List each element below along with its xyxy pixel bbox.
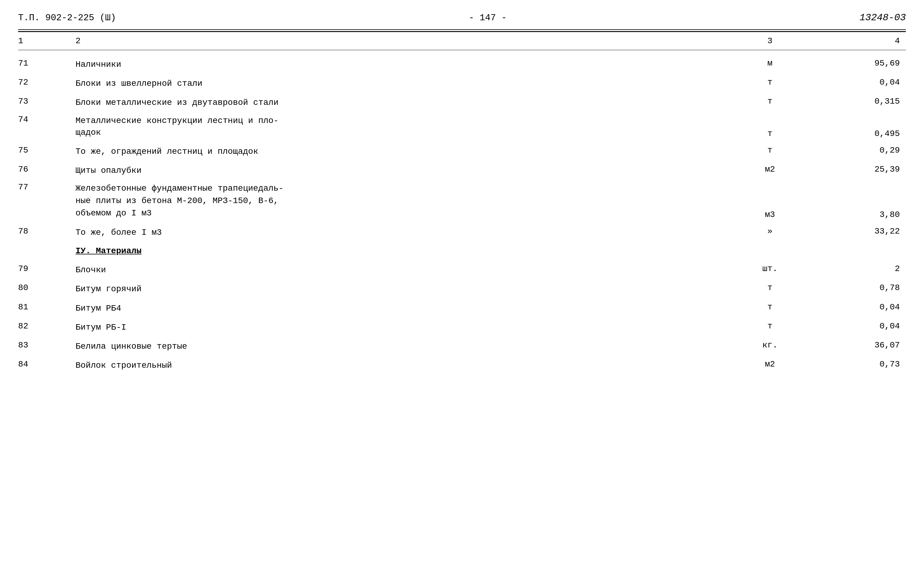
row-value: 25,39 <box>803 165 906 174</box>
row-value: 0,29 <box>803 146 906 155</box>
table-row: 82Битум РБ-Iт0,04 <box>18 316 906 335</box>
row-unit: м2 <box>737 165 803 174</box>
row-number: 73 <box>18 97 73 106</box>
row-value: 95,69 <box>803 58 906 68</box>
table-row: 79Блочкишт.2 <box>18 259 906 278</box>
table-row: 84Войлок строительныйм20,73 <box>18 354 906 373</box>
row-description: Блоки из швеллерной стали <box>73 78 737 89</box>
header-center: - 147 - <box>469 13 507 23</box>
row-number: 72 <box>18 78 73 87</box>
col-header-4: 4 <box>803 36 906 45</box>
table-body: 71Наличниким95,6972Блоки из швеллерной с… <box>18 53 906 373</box>
row-description: Щиты опалубки <box>73 165 737 177</box>
header-right: 13248-03 <box>859 12 906 23</box>
row-value: 3,80 <box>803 210 906 219</box>
row-description: Войлок строительный <box>73 360 737 371</box>
row-unit: м3 <box>737 210 803 219</box>
row-description: Битум РБ4 <box>73 302 737 314</box>
row-unit: кг. <box>737 341 803 350</box>
row-number: 80 <box>18 283 73 292</box>
row-unit: т <box>737 302 803 312</box>
row-description: Белила цинковые тертые <box>73 341 737 352</box>
row-number: 75 <box>18 146 73 155</box>
row-value: 0,78 <box>803 283 906 292</box>
row-description: То же, более I м3 <box>73 227 737 239</box>
header-left: Т.П. 902-2-225 (Ш) <box>18 13 116 23</box>
row-number: 79 <box>18 264 73 273</box>
table-row: 76Щиты опалубким225,39 <box>18 159 906 178</box>
row-value: 0,73 <box>803 360 906 369</box>
row-description: Блоки металлические из двутавровой стали <box>73 97 737 109</box>
row-unit: т <box>737 321 803 331</box>
col-header-1: 1 <box>18 36 73 45</box>
row-number: 81 <box>18 302 73 312</box>
table-row: 83Белила цинковые тертыекг.36,07 <box>18 335 906 354</box>
row-description: Битум РБ-I <box>73 321 737 333</box>
table-row: 75То же, ограждений лестниц и площадокт0… <box>18 140 906 159</box>
row-value: 0,495 <box>803 129 906 138</box>
row-number: 78 <box>18 227 73 236</box>
top-divider <box>18 29 906 30</box>
row-unit: м2 <box>737 360 803 369</box>
row-value: 33,22 <box>803 227 906 236</box>
row-number: 83 <box>18 341 73 350</box>
row-unit: т <box>737 78 803 87</box>
col-header-3: 3 <box>737 36 803 45</box>
row-value: 0,04 <box>803 78 906 87</box>
row-description: Блочки <box>73 264 737 276</box>
table-row: 81Битум РБ4т0,04 <box>18 297 906 316</box>
section-title: IУ. Материалы <box>76 246 141 256</box>
row-unit: т <box>737 97 803 106</box>
table-row: 71Наличниким95,69 <box>18 53 906 72</box>
col-header-2: 2 <box>73 36 737 45</box>
table-row: 72Блоки из швеллерной сталит0,04 <box>18 72 906 91</box>
row-value: 0,315 <box>803 97 906 106</box>
row-description: Битум горячий <box>73 283 737 295</box>
row-description: Наличники <box>73 58 737 70</box>
table-row: 77Железобетонные фундаментные трапециеда… <box>18 178 906 221</box>
section-header: IУ. Материалы <box>18 240 906 259</box>
row-value: 36,07 <box>803 341 906 350</box>
row-value: 0,04 <box>803 321 906 331</box>
row-number: 74 <box>18 115 73 124</box>
row-description: Металлические конструкции лестниц и пло-… <box>73 115 737 138</box>
table-row: 73Блоки металлические из двутавровой ста… <box>18 91 906 110</box>
table-row: 74Металлические конструкции лестниц и пл… <box>18 110 906 140</box>
row-number: 82 <box>18 321 73 331</box>
row-number: 84 <box>18 360 73 369</box>
row-description: Железобетонные фундаментные трапециедаль… <box>73 182 737 219</box>
row-number: 76 <box>18 165 73 174</box>
row-unit: т <box>737 129 803 138</box>
row-number: 77 <box>18 182 73 192</box>
row-unit: шт. <box>737 264 803 273</box>
row-value: 0,04 <box>803 302 906 312</box>
row-unit: т <box>737 146 803 155</box>
row-description: То же, ограждений лестниц и площадок <box>73 146 737 157</box>
row-value: 2 <box>803 264 906 273</box>
row-unit: т <box>737 283 803 292</box>
row-unit: » <box>737 227 803 236</box>
table-row: 78То же, более I м3»33,22 <box>18 221 906 240</box>
row-unit: м <box>737 58 803 68</box>
table-row: 80Битум горячийт0,78 <box>18 278 906 297</box>
page-header: Т.П. 902-2-225 (Ш) - 147 - 13248-03 <box>18 12 906 23</box>
column-headers: 1 2 3 4 <box>18 32 906 50</box>
row-number: 71 <box>18 58 73 68</box>
